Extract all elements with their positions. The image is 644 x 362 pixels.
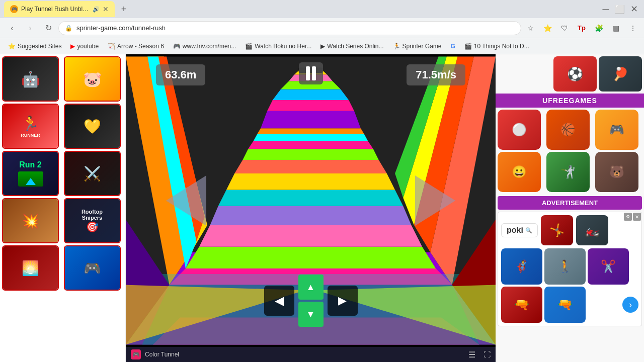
svg-marker-16	[218, 190, 404, 206]
address-bar[interactable]: 🔒 sprinter-game.com/tunnel-rush	[58, 21, 521, 35]
svg-marker-21	[254, 134, 368, 141]
bookmark-google[interactable]: G	[447, 40, 459, 52]
bookmark-youtube[interactable]: ▶ youtube	[66, 40, 103, 52]
ad-container: ⚙ ✕ poki 🔍 🤸 🏍️	[498, 212, 642, 326]
control-play-button[interactable]: ▶	[328, 286, 358, 316]
list-item[interactable]: 🦸	[501, 248, 542, 285]
10things-favicon: 🎬	[464, 43, 472, 50]
tp-icon[interactable]: Tp	[575, 21, 589, 35]
speed-value: 71.5m/s	[416, 68, 456, 81]
bottom-menu-icon[interactable]: ☰	[468, 350, 475, 359]
list-item[interactable]: 🤖	[2, 56, 59, 102]
right-triangle-control[interactable]	[415, 175, 455, 226]
list-item[interactable]: 🐻	[595, 152, 638, 192]
list-item[interactable]: 🎮	[595, 110, 638, 150]
bookmark-boku[interactable]: 🎬 Watch Boku no Her...	[241, 40, 315, 52]
security-icon: 🔒	[65, 25, 72, 32]
main-content: 🤖 🐷 🏃 RUNNER 💛	[0, 54, 644, 362]
list-item[interactable]: Run 2	[2, 151, 59, 196]
ufreegames-header: UFREEGAMES	[496, 94, 644, 108]
right-sidebar: ⚽ 🏓 UFREEGAMES ⚪ 🏀 🎮 😀 🤺	[496, 54, 644, 362]
ad-label: ADVERTISEMENT	[498, 196, 642, 210]
refresh-button[interactable]: ↻	[40, 20, 56, 36]
control-down-button[interactable]: ▼	[298, 302, 324, 327]
left-sidebar: 🤖 🐷 🏃 RUNNER 💛	[0, 54, 126, 362]
ad-next-button[interactable]: ›	[622, 297, 638, 313]
control-left-button[interactable]: ◀	[264, 286, 294, 316]
list-item[interactable]: 🎮	[64, 245, 121, 291]
bookmark-label: youtube	[77, 43, 99, 50]
list-item[interactable]: 🌅	[2, 245, 59, 291]
tab-maximize-button[interactable]: ⬜	[614, 3, 626, 15]
svg-marker-25	[273, 89, 349, 100]
list-item[interactable]: ⚔️	[64, 151, 121, 196]
svg-marker-20	[248, 141, 373, 149]
list-item[interactable]: 🤸	[541, 215, 573, 245]
reader-mode-button[interactable]: ▤	[609, 21, 623, 35]
bottom-expand-icon[interactable]: ⛶	[484, 350, 491, 358]
bookmark-label: Watch Boku no Her...	[255, 43, 311, 50]
svg-marker-17	[226, 173, 395, 190]
distance-value: 63.6m	[165, 68, 196, 81]
star-icon[interactable]: ⭐	[540, 21, 554, 35]
more-button[interactable]: ⋮	[626, 21, 640, 35]
list-item[interactable]: 💥	[2, 198, 59, 243]
list-item[interactable]: 🏓	[599, 56, 642, 92]
ad-close-button[interactable]: ✕	[633, 213, 641, 221]
extensions-icon[interactable]: 🧩	[592, 21, 606, 35]
list-item[interactable]: 🏀	[546, 110, 590, 150]
bookmark-label: Suggested Sites	[18, 43, 61, 50]
list-item[interactable]: 🔫	[501, 287, 542, 323]
control-up-button[interactable]: ▲	[298, 275, 324, 300]
game-bottom-icon: 🎮	[131, 349, 141, 359]
list-item[interactable]: 🏍️	[576, 215, 608, 245]
bookmark-page-button[interactable]: ☆	[523, 21, 537, 35]
game-area: 63.6m 71.5m/s ◀	[126, 54, 496, 362]
list-item[interactable]: ⚽	[553, 56, 597, 92]
bookmark-friv[interactable]: 🎮 www.friv.com/men...	[169, 40, 240, 52]
list-item[interactable]: ✂️	[588, 248, 629, 285]
left-triangle-control[interactable]	[166, 175, 206, 226]
tab-close-button[interactable]: ✕	[628, 3, 640, 15]
back-button[interactable]: ‹	[4, 20, 20, 36]
svg-marker-12	[199, 225, 422, 247]
bookmark-sprinter[interactable]: 🏃 Sprinter Game	[389, 40, 446, 52]
nav-bar: ‹ › ↻ 🔒 sprinter-game.com/tunnel-rush ☆ …	[0, 18, 644, 38]
svg-marker-11	[186, 247, 436, 268]
list-item[interactable]: 💛	[64, 104, 121, 149]
forward-button[interactable]: ›	[22, 20, 38, 36]
list-item[interactable]: 😀	[498, 152, 541, 192]
tunnel-game[interactable]: 63.6m 71.5m/s ◀	[126, 54, 496, 347]
list-item[interactable]: ⚪	[498, 110, 541, 150]
bookmark-label: Arrow - Season 6	[117, 43, 164, 50]
ad-inner: poki 🔍 🤸 🏍️ 🦸	[498, 212, 642, 326]
new-tab-button[interactable]: +	[117, 2, 131, 16]
boku-favicon: 🎬	[245, 43, 253, 50]
bookmark-label: Watch Series Onlin...	[327, 43, 383, 50]
list-item[interactable]: 🤺	[546, 152, 590, 192]
list-item[interactable]: 🚶	[544, 248, 586, 285]
list-item[interactable]: 🔫	[544, 287, 586, 323]
list-item[interactable]: 🐷	[64, 56, 121, 102]
bookmark-label: Sprinter Game	[403, 43, 442, 50]
bookmark-suggested[interactable]: ⭐ Suggested Sites	[4, 40, 65, 52]
list-item[interactable]: Rooftop Snipers 🎯	[64, 198, 121, 243]
svg-marker-18	[234, 160, 387, 173]
game-frame[interactable]: 63.6m 71.5m/s ◀	[126, 54, 496, 347]
tab-close-icon[interactable]: ✕	[103, 5, 109, 13]
svg-marker-22	[258, 128, 364, 134]
list-item[interactable]: 🏃 RUNNER	[2, 104, 59, 149]
hud-pause[interactable]	[299, 62, 323, 84]
bookmarks-bar: ⭐ Suggested Sites ▶ youtube 🏹 Arrow - Se…	[0, 38, 644, 54]
tab-audio-icon[interactable]: 🔊	[93, 6, 100, 13]
game-icons-grid: ⚪ 🏀 🎮 😀 🤺 🐻	[496, 108, 644, 194]
active-tab[interactable]: 🎮 Play Tunnel Rush Unblocked... 🔊 ✕	[4, 1, 115, 17]
poki-logo[interactable]: poki 🔍	[501, 223, 538, 237]
shield-icon[interactable]: 🛡	[557, 21, 572, 35]
bookmark-watchseries[interactable]: ▶ Watch Series Onlin...	[316, 40, 387, 52]
tab-minimize-button[interactable]: ─	[600, 3, 612, 15]
bookmark-10things[interactable]: 🎬 10 Things Not to D...	[460, 40, 533, 52]
series-favicon: ▶	[320, 43, 325, 50]
bookmark-arrow[interactable]: 🏹 Arrow - Season 6	[104, 40, 168, 52]
ad-settings-icon[interactable]: ⚙	[624, 213, 632, 221]
